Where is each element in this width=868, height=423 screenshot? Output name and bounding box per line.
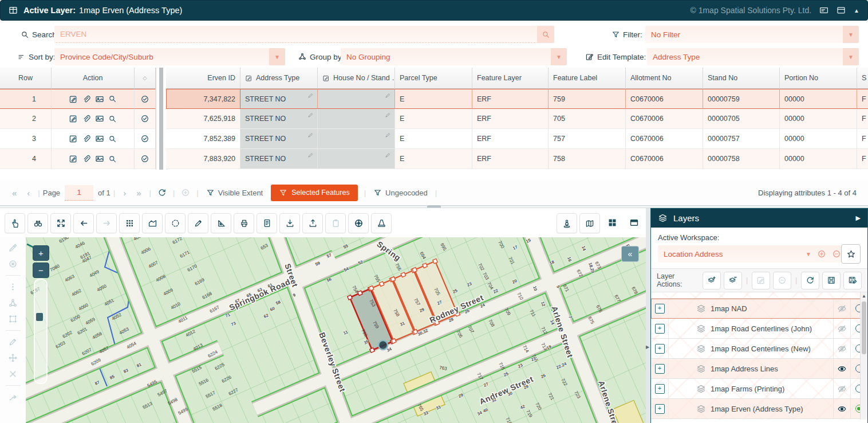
column-header-stand-no[interactable]: Stand No [703,68,780,89]
edit-cell-icon[interactable] [385,92,391,100]
column-header-s[interactable]: S [857,68,868,89]
scroll-up-icon[interactable]: ▲ [861,292,867,300]
edit-cell-icon[interactable] [385,112,391,120]
table-row-frozen[interactable]: 3 [0,129,156,149]
action-cell[interactable] [52,149,135,169]
full-extent-button[interactable] [50,213,71,233]
attachment-icon[interactable] [82,154,91,163]
filter-dropdown-icon[interactable]: ▼ [843,26,859,43]
attachment-icon[interactable] [82,134,91,143]
angle-measure-button[interactable] [211,213,231,233]
selected-features-toggle[interactable]: Selected Features [271,185,357,201]
column-header-action[interactable]: Action [52,68,135,89]
layer-visibility-toggle[interactable] [833,299,850,318]
column-header-parcel-type[interactable]: Parcel Type [395,68,472,89]
profile-button[interactable] [142,213,163,233]
zoom-to-feature-icon[interactable] [108,95,117,104]
table-pane-splitter[interactable] [156,68,167,170]
geocoded-status-cell[interactable] [135,129,156,149]
photo-icon[interactable] [95,114,104,123]
attachment-icon[interactable] [82,95,91,104]
vertex-handle[interactable] [412,268,417,272]
layer-expand-icon[interactable]: + [655,384,665,394]
column-header-house-no-stand-[interactable]: House No / Stand … [318,68,395,89]
column-header-feature-layer[interactable]: Feature Layer [472,68,549,89]
delete-feature-icon[interactable] [8,369,18,379]
group-select[interactable]: No Grouping ▼ [341,48,567,65]
edit-row-icon[interactable] [69,134,78,143]
refresh-button[interactable] [154,188,170,197]
column-header-row[interactable]: Row [0,68,52,89]
cancel-selection-icon[interactable] [8,259,18,269]
column-header-allotment-no[interactable]: Allotment No [626,68,703,89]
vertex-handle[interactable] [392,339,396,343]
column-header-erven-id[interactable]: Erven ID [166,68,240,89]
workspace-favorite-button[interactable] [841,244,861,264]
layer-expand-icon[interactable]: + [655,364,665,374]
pointer-select-button[interactable] [5,213,25,233]
action-cell[interactable] [52,89,135,109]
vertex-handle[interactable] [433,258,437,263]
zoom-slider[interactable] [34,279,48,384]
layers-collapse-icon[interactable]: ▶ [856,214,861,222]
ungeocoded-toggle[interactable]: Ungeocoded [369,189,432,197]
map-canvas[interactable]: Springbok RoadBeverley StreetStreetRodne… [26,237,646,423]
edit-cell-icon[interactable] [307,132,314,140]
workspace-dropdown-icon[interactable]: ▼ [806,251,811,257]
print-button[interactable] [234,213,254,233]
clipboard-button[interactable] [325,213,346,233]
search-input[interactable] [54,26,554,43]
edit-layer-button[interactable] [752,272,770,289]
zoom-to-feature-icon[interactable] [108,154,117,163]
photo-icon[interactable] [95,154,104,163]
layer-row-1map-road-centerlines-new-[interactable]: +1map Road Centerlines (New) [651,339,867,359]
table-row[interactable]: 7,852,389STREET NOEERF757C06700060000075… [166,129,868,149]
edit-row-icon[interactable] [69,114,78,123]
layer-row-1map-farms-printing-[interactable]: +1map Farms (Printing) [651,379,867,399]
warning-button[interactable] [371,213,392,233]
next-page-button[interactable]: › [118,188,131,198]
layer-visibility-toggle[interactable] [833,339,850,358]
street-view-button[interactable] [557,213,577,233]
attachment-icon[interactable] [82,114,91,123]
geocoded-status-cell[interactable] [135,89,156,109]
base-map-button[interactable] [579,213,600,233]
grid-select-button[interactable] [119,213,140,233]
rectangle-select-icon[interactable] [8,314,18,324]
geocoded-status-cell[interactable] [135,109,156,129]
panel-splitter[interactable]: ▶ [646,208,650,423]
vertex-handle[interactable] [390,277,395,281]
table-row[interactable]: 7,625,918STREET NOEERF705C06700060000070… [166,109,868,129]
cell-address-type[interactable]: STREET NO [240,129,318,149]
map-collapse-button[interactable]: « [621,246,639,262]
prev-page-button[interactable]: ‹ [22,188,35,198]
action-cell[interactable] [52,129,135,149]
grid-view-button[interactable] [602,213,622,232]
photo-icon[interactable] [95,134,104,143]
collapse-panel-icon[interactable]: ▲ [854,7,859,14]
column-header-address-type[interactable]: Address Type [240,68,318,89]
vertex-handle[interactable] [348,295,352,300]
edit-cell-icon[interactable] [385,152,391,160]
add-feature-button[interactable] [177,188,194,197]
edit-cell-icon[interactable] [307,92,314,100]
last-page-button[interactable]: » [131,188,146,198]
edit-cell-icon[interactable] [385,132,391,140]
table-row-frozen[interactable]: 1 [0,89,156,109]
download-button[interactable] [279,213,300,233]
layer-visibility-toggle[interactable] [833,379,850,398]
layer-visibility-toggle[interactable] [833,359,850,378]
split-feature-icon[interactable] [8,392,18,402]
layer-row-1map-erven-address-type-[interactable]: +1map Erven (Address Type) [651,399,867,419]
report-button[interactable] [257,213,277,233]
zoom-slider-thumb[interactable] [36,313,43,321]
workspace-select[interactable]: Location Address ▼ [658,245,847,263]
zoom-to-feature-icon[interactable] [108,114,117,123]
measure-button[interactable] [188,213,208,233]
table-row[interactable]: 7,347,822STREET NOEERF759C06700060000075… [166,89,868,109]
coordinates-button[interactable] [348,213,369,233]
table-row[interactable]: 7,883,920STREET NOEERF758C06700060000075… [166,149,868,169]
cell-house-no-stand-[interactable] [318,129,395,149]
next-extent-button[interactable] [96,213,117,233]
action-cell[interactable] [52,109,135,129]
